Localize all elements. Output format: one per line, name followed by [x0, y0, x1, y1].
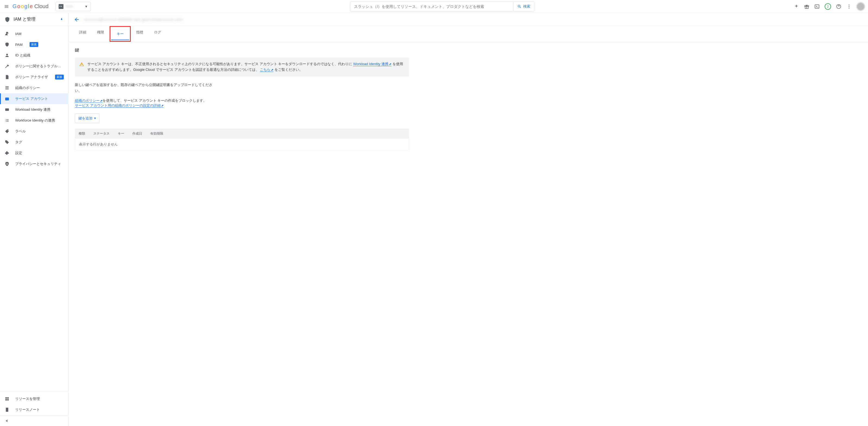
project-icon: [59, 4, 63, 9]
shield-icon: [4, 42, 10, 47]
warning-icon: [79, 62, 84, 73]
new-badge: 新規: [30, 42, 38, 47]
sidebar-item-shield-lock[interactable]: プライバシーとセキュリティ: [0, 158, 68, 169]
sidebar-item-person-add[interactable]: IAM: [0, 28, 68, 39]
new-badge: 新規: [55, 74, 64, 80]
svg-rect-16: [7, 399, 9, 400]
sidebar-item-label: 設定: [15, 151, 22, 155]
main-header: xxxxxxx@xxxxxx-000000.iam.gserviceaccoun…: [68, 13, 868, 26]
tab-ログ[interactable]: ログ: [149, 26, 166, 42]
sidebar-item-label: リリースノート: [15, 407, 40, 412]
org-policy-link[interactable]: 組織のポリシー⬈: [75, 98, 102, 103]
tab-キー[interactable]: キー: [111, 28, 129, 40]
sidebar-header: IAM と管理: [0, 13, 68, 26]
sidebar-item-list-doc[interactable]: 組織のポリシー: [0, 83, 68, 93]
sidebar-item-grid[interactable]: リソースを管理: [0, 393, 68, 404]
project-selector[interactable]: •••••• ▼: [56, 2, 91, 11]
svg-rect-12: [6, 163, 8, 165]
sidebar-item-shield[interactable]: PAM新規: [0, 39, 68, 50]
cloud-shell-icon[interactable]: [814, 4, 820, 9]
search-container: 検索: [94, 2, 791, 11]
main-content: xxxxxxx@xxxxxx-000000.iam.gserviceaccoun…: [68, 13, 868, 426]
svg-rect-8: [5, 98, 9, 101]
search-button-label: 検索: [523, 4, 530, 9]
org-policy-detail-link[interactable]: サービス アカウント用の組織のポリシーの設定の詳細⬈: [75, 103, 163, 108]
person-add-icon: [4, 31, 10, 36]
description-text: 新しい鍵ペアを追加するか、既存の鍵ペアから公開鍵証明書をアップロードしてください…: [75, 82, 216, 94]
svg-rect-14: [7, 397, 9, 399]
gemini-star-icon[interactable]: [794, 4, 799, 9]
sidebar-item-badge-id[interactable]: サービス アカウント: [0, 93, 68, 104]
sidebar-item-label: Workforce Identity の連携: [15, 118, 55, 123]
search-input[interactable]: [350, 2, 513, 11]
add-key-button[interactable]: 鍵を追加 ▾: [75, 114, 99, 123]
sidebar-item-label: ポリシーに関するトラブル…: [15, 64, 61, 69]
tab-権限[interactable]: 権限: [92, 26, 110, 42]
tag-solid-icon: [4, 140, 10, 145]
user-avatar[interactable]: [857, 2, 865, 10]
warning-text: サービス アカウント キーは、不正使用されるとセキュリティ上のリスクになる可能性…: [87, 61, 405, 73]
learn-more-link[interactable]: こちら⬈: [260, 67, 273, 72]
table-column-header: 有効期限: [150, 131, 163, 136]
svg-rect-15: [5, 399, 7, 400]
back-arrow-icon[interactable]: [74, 17, 80, 23]
svg-point-9: [6, 98, 7, 99]
workload-identity-link[interactable]: Workload Identity 連携⬈: [353, 62, 392, 66]
top-icons: 2: [794, 2, 865, 10]
svg-point-5: [849, 6, 849, 7]
sidebar-item-list[interactable]: Workforce Identity の連携: [0, 115, 68, 126]
sidebar-item-card[interactable]: Workload Identity 連携: [0, 104, 68, 115]
notifications-badge[interactable]: 2: [825, 3, 831, 10]
sidebar-item-label: ポリシー アナライザ: [15, 74, 48, 80]
table-empty-message: 表示する行がありません: [75, 139, 409, 150]
add-key-label: 鍵を追加: [79, 116, 93, 121]
table-column-header: 種類: [79, 131, 85, 136]
external-link-icon: ⬈: [161, 104, 163, 107]
tab-指標[interactable]: 指標: [131, 26, 149, 42]
list-doc-icon: [4, 86, 10, 90]
google-cloud-logo[interactable]: Google Cloud: [12, 3, 49, 9]
table-header-row: 種類ステータスキー作成日有効期限: [75, 129, 409, 139]
sidebar-item-label: ラベル: [15, 129, 26, 134]
badge-id-icon: [4, 96, 10, 101]
top-bar: Google Cloud •••••• ▼ 検索 2: [0, 0, 868, 13]
table-column-header: キー: [118, 131, 124, 136]
policy-links: 組織のポリシー⬈を使用して、サービス アカウント キーの作成をブロックします。 …: [75, 98, 409, 108]
hamburger-menu-icon[interactable]: [3, 3, 10, 10]
pin-icon[interactable]: [59, 18, 64, 22]
svg-point-6: [849, 8, 849, 8]
shield-lock-icon: [4, 161, 10, 166]
sidebar: IAM と管理 IAM PAM新規 ID と組織 ポリシーに関するトラブル… ポ…: [0, 13, 68, 426]
help-icon[interactable]: [836, 4, 841, 9]
more-vert-icon[interactable]: [846, 4, 852, 9]
service-account-email: xxxxxxx@xxxxxx-000000.iam.gserviceaccoun…: [84, 17, 183, 22]
caret-down-icon: ▾: [94, 116, 96, 120]
doc-icon: [4, 74, 10, 80]
collapse-sidebar-button[interactable]: [0, 415, 68, 426]
search-box: 検索: [350, 2, 534, 11]
sidebar-item-doc[interactable]: ポリシー アナライザ新規: [0, 72, 68, 83]
search-icon: [517, 4, 522, 9]
sidebar-item-tag-solid[interactable]: タグ: [0, 137, 68, 148]
content-area: 鍵 サービス アカウント キーは、不正使用されるとセキュリティ上のリスクになる可…: [68, 42, 415, 156]
gift-icon[interactable]: [804, 4, 809, 9]
gear-icon: [4, 151, 10, 155]
sidebar-item-label: ID と組織: [15, 53, 30, 58]
keys-table: 種類ステータスキー作成日有効期限 表示する行がありません: [75, 129, 409, 150]
sidebar-item-account-circle[interactable]: ID と組織: [0, 50, 68, 61]
section-title: 鍵: [75, 48, 409, 53]
sidebar-item-wrench[interactable]: ポリシーに関するトラブル…: [0, 61, 68, 72]
card-icon: [4, 107, 10, 112]
caret-down-icon: ▼: [85, 5, 88, 8]
sidebar-item-tag[interactable]: ラベル: [0, 126, 68, 137]
sidebar-item-label: タグ: [15, 140, 22, 145]
sidebar-item-gear[interactable]: 設定: [0, 148, 68, 158]
sidebar-item-label: 組織のポリシー: [15, 86, 40, 90]
sidebar-item-note[interactable]: リリースノート: [0, 404, 68, 415]
external-link-icon: ⬈: [271, 68, 273, 71]
table-column-header: 作成日: [132, 131, 142, 136]
search-button[interactable]: 検索: [513, 2, 534, 11]
note-icon: [4, 407, 10, 412]
tab-highlight: キー: [110, 26, 131, 42]
tab-詳細[interactable]: 詳細: [74, 26, 92, 42]
